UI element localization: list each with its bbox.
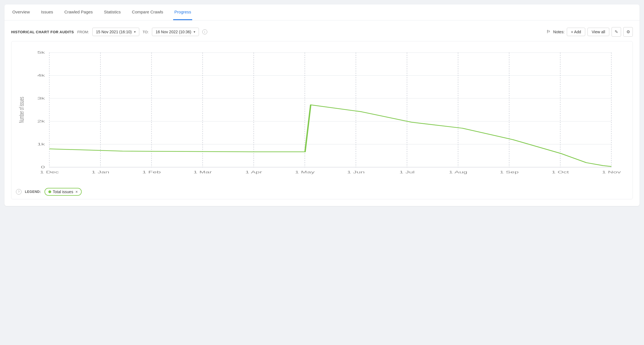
from-date-chevron-icon: ▾ <box>134 30 136 34</box>
chart-area: 01k2k3k4k5k1 Dec1 Jan1 Feb1 Mar1 Apr1 Ma… <box>16 47 628 181</box>
from-date-select[interactable]: 15 Nov 2021 (16:10) ▾ <box>92 28 139 36</box>
svg-text:1 Dec: 1 Dec <box>40 170 59 174</box>
chart-container: 01k2k3k4k5k1 Dec1 Jan1 Feb1 Mar1 Apr1 Ma… <box>11 41 633 199</box>
legend-chip-close-icon[interactable]: × <box>76 190 78 194</box>
legend-help-icon[interactable]: ? <box>16 189 22 195</box>
legend-dot-icon <box>48 190 51 193</box>
nav-item-issues[interactable]: Issues <box>40 4 54 20</box>
svg-text:1k: 1k <box>37 142 45 146</box>
chart-svg: 01k2k3k4k5k1 Dec1 Jan1 Feb1 Mar1 Apr1 Ma… <box>16 47 628 181</box>
view-all-button[interactable]: View all <box>587 28 609 36</box>
from-label: FROM: <box>77 30 89 34</box>
to-date-chevron-icon: ▾ <box>194 30 195 34</box>
svg-text:4k: 4k <box>37 73 45 77</box>
svg-text:1 Oct: 1 Oct <box>552 170 569 174</box>
to-date-select[interactable]: 16 Nov 2022 (10:36) ▾ <box>152 28 199 36</box>
notes-label: Notes: <box>553 30 564 34</box>
svg-text:1 Jul: 1 Jul <box>399 170 415 174</box>
notes-section: 🏳 Notes: + Add View all ✎ ⚙ <box>546 27 633 37</box>
svg-text:1 Aug: 1 Aug <box>449 170 467 174</box>
svg-text:1 Feb: 1 Feb <box>142 170 161 174</box>
svg-text:1 Mar: 1 Mar <box>193 170 212 174</box>
legend-chip-label: Total issues <box>53 190 73 194</box>
to-label: TO: <box>143 30 149 34</box>
from-date-value: 15 Nov 2021 (16:10) <box>96 30 132 34</box>
legend-chip-total-issues[interactable]: Total issues × <box>44 188 82 196</box>
add-note-button[interactable]: + Add <box>567 28 585 36</box>
svg-text:3k: 3k <box>37 96 45 100</box>
notes-flag-icon: 🏳 <box>546 29 551 34</box>
nav-item-overview[interactable]: Overview <box>11 4 31 20</box>
nav-item-progress[interactable]: Progress <box>173 4 192 20</box>
svg-text:1 Nov: 1 Nov <box>602 170 621 174</box>
legend-label: LEGEND: <box>25 190 41 194</box>
svg-text:0: 0 <box>41 165 45 169</box>
settings-icon-button[interactable]: ⚙ <box>623 27 633 37</box>
nav-item-compare-crawls[interactable]: Compare Crawls <box>131 4 164 20</box>
chart-title: HISTORICAL CHART FOR AUDITS <box>11 30 74 34</box>
info-icon[interactable]: i <box>202 29 207 34</box>
svg-text:2k: 2k <box>37 119 45 123</box>
main-nav: Overview Issues Crawled Pages Statistics… <box>4 4 640 20</box>
edit-icon-button[interactable]: ✎ <box>612 27 621 37</box>
edit-icon: ✎ <box>615 29 618 34</box>
nav-item-statistics[interactable]: Statistics <box>103 4 122 20</box>
chart-header: HISTORICAL CHART FOR AUDITS FROM: 15 Nov… <box>11 27 633 37</box>
svg-text:1 Jan: 1 Jan <box>91 170 109 174</box>
svg-text:1 Apr: 1 Apr <box>245 170 262 174</box>
content-area: HISTORICAL CHART FOR AUDITS FROM: 15 Nov… <box>4 20 640 206</box>
legend-bar: ? LEGEND: Total issues × <box>16 186 628 196</box>
nav-item-crawled-pages[interactable]: Crawled Pages <box>63 4 94 20</box>
to-date-value: 16 Nov 2022 (10:36) <box>156 30 191 34</box>
svg-text:1 Jun: 1 Jun <box>347 170 365 174</box>
svg-text:Number of issues: Number of issues <box>18 97 25 123</box>
svg-text:5k: 5k <box>37 50 45 55</box>
svg-text:1 May: 1 May <box>295 170 315 174</box>
add-note-label: + Add <box>571 30 581 34</box>
gear-icon: ⚙ <box>626 29 630 34</box>
svg-text:1 Sep: 1 Sep <box>500 170 519 174</box>
